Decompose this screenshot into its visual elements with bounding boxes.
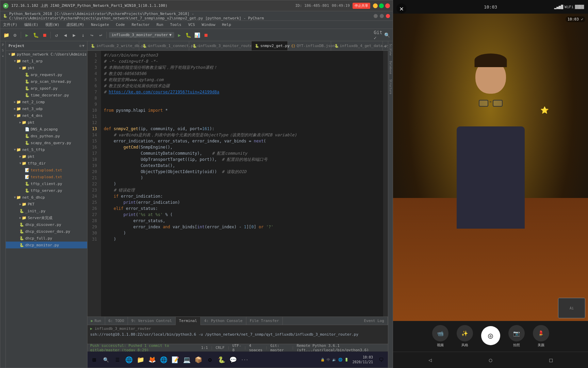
toolbar-project-icon[interactable]: 📁	[2, 31, 10, 39]
toolbar-rerun-icon[interactable]: ↺	[53, 31, 60, 39]
menu-edit[interactable]: 编辑(E)	[23, 21, 40, 28]
tree-item-net5[interactable]: ▼ 📁 net_5_tftp	[6, 146, 87, 153]
edge-tab-structure[interactable]: Structure	[389, 78, 392, 95]
menu-code[interactable]: Code	[114, 22, 126, 28]
edge-tab-sciview[interactable]: SciView	[389, 43, 392, 57]
toolbar-forward-icon[interactable]: ▶	[70, 31, 78, 39]
capture-button[interactable]: ◎	[481, 326, 500, 347]
taskbar-explorer[interactable]: 📁	[135, 354, 146, 365]
stop-share-button[interactable]: 停止共享	[353, 3, 370, 9]
video-mode-button[interactable]: 📹 视频	[432, 325, 448, 348]
tab-influxdb1[interactable]: 🐍 influxdb_1_connect.py ✕	[139, 41, 189, 51]
favorites-tool-button[interactable]: ★	[1, 53, 5, 58]
tree-item-net6[interactable]: ▼ 📁 net_6_dhcp	[6, 194, 87, 201]
tree-item-dhcp-dos[interactable]: 🐍 dhcp_discover_dos.py	[6, 228, 87, 235]
menu-vm[interactable]: 虚拟机(M)	[65, 21, 86, 28]
tree-item-tftp-dir[interactable]: ▼ 📁 tftp_dir	[6, 160, 87, 167]
tree-item-arp-request[interactable]: 🐍 arp_request.py	[6, 71, 87, 78]
bottom-tab-python-console[interactable]: 4: Python Console	[201, 317, 246, 325]
run-with-coverage-icon[interactable]: 📊	[193, 31, 201, 39]
project-panel-icon-2[interactable]: ▼	[82, 44, 84, 48]
taskbar-ie[interactable]: 🌐	[124, 354, 134, 365]
project-tree[interactable]: ▼ 📁 python_network C:\Users\Administrato…	[6, 51, 87, 368]
tab-qyt-json[interactable]: {} QYT-influxDB.json ✕	[288, 41, 331, 51]
pycharm-maximize[interactable]	[380, 14, 384, 18]
pycharm-close[interactable]	[386, 14, 390, 18]
taskbar-firefox[interactable]: 🦊	[147, 354, 158, 365]
editor-scrollbar[interactable]	[383, 51, 388, 317]
menu-tools[interactable]: Tools	[169, 22, 183, 28]
taskbar-taskview[interactable]: ☰	[112, 354, 123, 365]
tree-item-scapy-dns[interactable]: 🐍 scapy_dns_query.py	[6, 139, 87, 146]
tree-item-dns-a[interactable]: 📄 DNS_A.pcapng	[6, 126, 87, 133]
menu-run[interactable]: Run	[155, 22, 165, 28]
menu-help[interactable]: Help	[221, 22, 233, 28]
stop-process-icon[interactable]: ⏹	[202, 31, 210, 39]
menu-view[interactable]: 视图(W)	[44, 21, 61, 28]
tree-item-pkt1[interactable]: ▶ 📁 pkt	[6, 64, 87, 71]
bottom-tab-vcs[interactable]: 9: Version Control	[128, 317, 176, 325]
tab-influxdb3[interactable]: 🐍 influxdb_3_monitor_router.py ✕	[189, 41, 251, 51]
taskbar-notes[interactable]: 📝	[170, 354, 181, 365]
taskbar-settings[interactable]: ⚙	[205, 354, 215, 365]
tree-item-dhcp-full[interactable]: 🐍 dhcp_full.py	[6, 235, 87, 242]
toolbar-step-into-icon[interactable]: ↪	[88, 31, 96, 39]
toolbar-step-out-icon[interactable]: ↩	[97, 31, 104, 39]
debug-button[interactable]: 🐛	[184, 31, 192, 39]
structure-tool-button[interactable]: S	[1, 48, 5, 53]
style-button[interactable]: ✨ 风格	[457, 325, 473, 348]
menu-navigate[interactable]: Navigate	[90, 22, 111, 28]
tree-item-net3[interactable]: ▶ 📁 net_3_udp	[6, 105, 87, 112]
search-everywhere-icon[interactable]: 🔍	[383, 31, 391, 39]
tree-item-server[interactable]: ▶ 📁 Server未完成	[6, 214, 87, 221]
tree-item-dhcp-discover[interactable]: 🐍 dhcp_discover.py	[6, 221, 87, 228]
project-panel-icon-1[interactable]: ⚙	[79, 44, 82, 48]
tree-item-dhcp-monitor[interactable]: 🐍 dhcp_monitor.py	[6, 242, 87, 248]
pycharm-minimize[interactable]	[374, 14, 378, 18]
tabs-overflow[interactable]: ▸	[383, 44, 388, 48]
taskbar-chrome[interactable]: 🌐	[158, 354, 169, 365]
tree-item-net1arp[interactable]: ▼ 📁 net_1_arp	[6, 58, 87, 64]
tree-item-testupload2[interactable]: 📝 testupload.txt	[6, 173, 87, 180]
bottom-tab-todo[interactable]: 6: TODO	[105, 317, 128, 325]
taskbar-xshell[interactable]: 💻	[181, 354, 192, 365]
nav-recent[interactable]: □	[549, 357, 553, 363]
toolbar-settings-icon[interactable]: ⚙	[11, 31, 19, 39]
run-configuration[interactable]: influxdb_3_monitor_router ▼	[109, 32, 174, 38]
toolbar-back-icon[interactable]: ◀	[62, 31, 69, 39]
tree-item-arp-scan[interactable]: 🐍 arp_scan_thread.py	[6, 78, 87, 85]
edge-tab-database[interactable]: Database	[389, 60, 392, 76]
menu-vcs[interactable]: VCS	[187, 22, 196, 28]
tab-influxdb4[interactable]: 🐍 influxdb_4_get_data.py ✕	[331, 41, 383, 51]
taskbar-notification[interactable]: 🗨	[376, 354, 387, 365]
panel-close-button[interactable]: ✕	[396, 3, 407, 14]
taskbar-wechat[interactable]: 💬	[228, 354, 239, 365]
project-tool-button[interactable]: P	[1, 43, 5, 47]
nav-home[interactable]: ○	[489, 357, 492, 363]
menu-window[interactable]: Window	[200, 22, 217, 28]
tree-item-arp-spoof[interactable]: 🐍 arp_spoof.py	[6, 85, 87, 92]
beauty-button[interactable]: 💄 美颜	[533, 325, 549, 348]
tree-item-dns-python[interactable]: 🐍 dns_python.py	[6, 133, 87, 139]
photo-button[interactable]: 📷 拍照	[508, 325, 525, 348]
tree-item-pkt3[interactable]: ▶ 📁 pkt	[6, 153, 87, 160]
tree-item-time-dec[interactable]: 🐍 time_decorator.py	[6, 92, 87, 98]
tree-item-root[interactable]: ▼ 📁 python_network C:\Users\Administrato…	[6, 51, 87, 58]
bottom-tab-file-transfer[interactable]: File Transfer	[246, 317, 283, 325]
taskbar-vmware[interactable]: 📦	[193, 354, 204, 365]
toolbar-step-icon[interactable]: ↓	[79, 31, 87, 39]
taskbar-search[interactable]: 🔍	[100, 354, 111, 365]
tree-item-pkt2[interactable]: ▶ 📁 pkt	[6, 119, 87, 126]
run-button[interactable]: ▶	[176, 31, 183, 39]
menu-refactor[interactable]: Refactor	[130, 22, 151, 28]
tree-item-tftp-server[interactable]: 🐍 tftp_server.py	[6, 187, 87, 194]
bottom-tab-run[interactable]: ▶ Run	[87, 317, 105, 325]
tree-item-pkt4[interactable]: ▶ 📁 PKT	[6, 201, 87, 208]
taskbar-start-button[interactable]: ⊞	[89, 354, 100, 365]
toolbar-stop-icon[interactable]: ⏹	[41, 31, 48, 39]
maximize-button[interactable]	[379, 3, 384, 8]
close-button[interactable]	[385, 3, 390, 8]
menu-file[interactable]: 文件(F)	[2, 21, 19, 28]
taskbar-more-apps[interactable]: ···	[239, 354, 250, 365]
tab-snmpv2[interactable]: 🐍 snmpv2_get.py ✕	[251, 41, 288, 51]
